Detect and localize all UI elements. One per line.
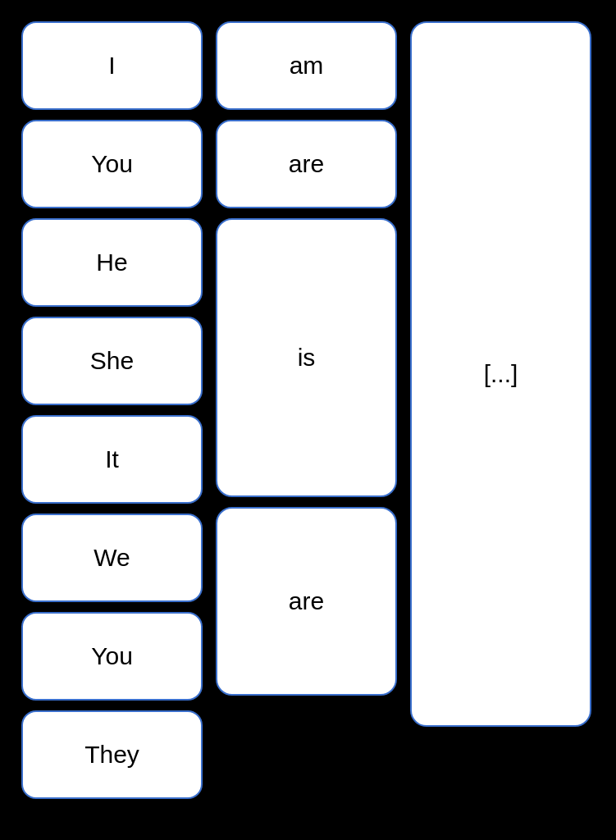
cell-she: She: [15, 312, 209, 410]
card-she[interactable]: She: [21, 317, 203, 405]
cell-are1: are: [209, 115, 404, 213]
cell-are2: are: [209, 502, 404, 701]
cell-I: I: [15, 16, 209, 115]
card-are2[interactable]: are: [216, 507, 397, 696]
cell-he: He: [15, 213, 209, 312]
cell-ellipsis: [...]: [404, 16, 598, 804]
column-extra: [...]: [404, 16, 598, 804]
card-it[interactable]: It: [21, 415, 203, 504]
cell-you2: You: [15, 607, 209, 705]
card-is[interactable]: is: [216, 218, 397, 497]
label-am: am: [290, 52, 324, 80]
label-are2: are: [289, 587, 324, 615]
column-verbs: am are is are: [209, 16, 404, 804]
card-we[interactable]: We: [21, 514, 203, 602]
label-you1: You: [91, 150, 133, 178]
label-you2: You: [91, 642, 133, 670]
column-pronouns: I You He She It We: [15, 16, 209, 804]
label-they: They: [84, 741, 139, 769]
card-ellipsis[interactable]: [...]: [410, 21, 591, 727]
label-is: is: [298, 344, 316, 372]
label-he: He: [96, 249, 127, 276]
label-ellipsis: [...]: [484, 360, 518, 388]
cell-it: It: [15, 410, 209, 509]
cell-am: am: [209, 16, 404, 115]
label-are1: are: [289, 150, 324, 178]
card-are1[interactable]: are: [216, 120, 397, 208]
label-she: She: [90, 347, 134, 375]
card-you2[interactable]: You: [21, 612, 203, 701]
card-they[interactable]: They: [21, 710, 203, 799]
main-layout: I You He She It We: [8, 8, 608, 812]
cell-is: is: [209, 213, 404, 502]
card-am[interactable]: am: [216, 21, 397, 110]
cell-you1: You: [15, 115, 209, 213]
label-we: We: [94, 544, 130, 572]
card-I[interactable]: I: [21, 21, 203, 110]
cell-we: We: [15, 509, 209, 607]
cell-they: They: [15, 705, 209, 804]
label-it: It: [105, 445, 119, 473]
card-he[interactable]: He: [21, 218, 203, 307]
card-you1[interactable]: You: [21, 120, 203, 208]
label-I: I: [108, 52, 115, 80]
